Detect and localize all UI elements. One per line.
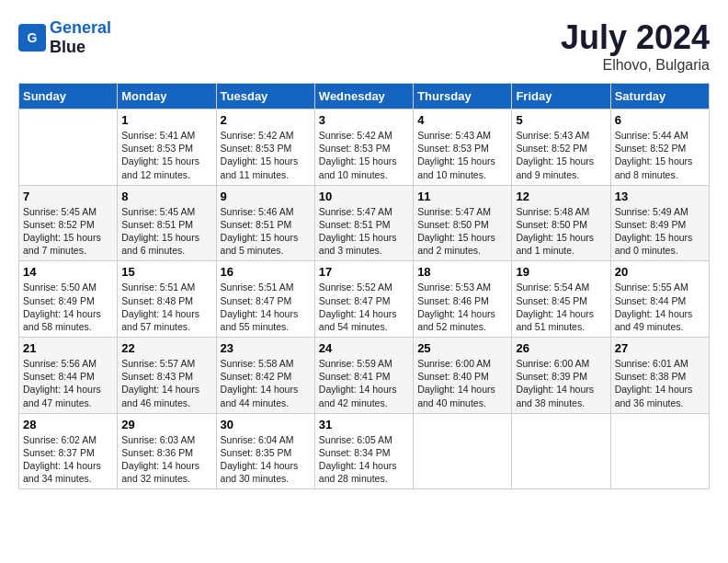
day-info: Sunrise: 6:04 AM Sunset: 8:35 PM Dayligh… — [221, 433, 311, 486]
calendar-cell: 1Sunrise: 5:41 AM Sunset: 8:53 PM Daylig… — [118, 109, 216, 186]
day-info: Sunrise: 5:57 AM Sunset: 8:43 PM Dayligh… — [121, 357, 211, 409]
calendar-cell: 27Sunrise: 6:01 AM Sunset: 8:38 PM Dayli… — [610, 338, 709, 414]
day-number: 26 — [516, 341, 606, 355]
calendar-cell: 28Sunrise: 6:02 AM Sunset: 8:37 PM Dayli… — [19, 413, 118, 489]
day-number: 2 — [221, 113, 311, 127]
day-number: 6 — [615, 113, 705, 127]
day-number: 25 — [417, 341, 507, 355]
day-number: 20 — [615, 265, 705, 279]
day-info: Sunrise: 5:53 AM Sunset: 8:46 PM Dayligh… — [417, 281, 507, 333]
day-number: 10 — [319, 190, 409, 203]
day-number: 3 — [319, 113, 409, 127]
column-header-saturday: Saturday — [610, 84, 709, 109]
calendar-cell — [512, 413, 610, 489]
day-number: 16 — [221, 265, 311, 279]
day-info: Sunrise: 6:02 AM Sunset: 8:37 PM Dayligh… — [23, 433, 113, 486]
calendar-cell: 23Sunrise: 5:58 AM Sunset: 8:42 PM Dayli… — [216, 338, 314, 414]
calendar-cell: 8Sunrise: 5:45 AM Sunset: 8:51 PM Daylig… — [118, 185, 216, 261]
day-number: 11 — [417, 190, 507, 203]
day-info: Sunrise: 5:58 AM Sunset: 8:42 PM Dayligh… — [221, 357, 311, 409]
calendar-cell: 10Sunrise: 5:47 AM Sunset: 8:51 PM Dayli… — [314, 185, 413, 261]
day-number: 31 — [319, 418, 409, 431]
calendar-week-4: 21Sunrise: 5:56 AM Sunset: 8:44 PM Dayli… — [19, 338, 710, 414]
day-number: 28 — [23, 418, 113, 431]
column-header-tuesday: Tuesday — [216, 84, 314, 109]
calendar-cell: 26Sunrise: 6:00 AM Sunset: 8:39 PM Dayli… — [512, 338, 610, 414]
day-number: 17 — [319, 265, 409, 279]
column-header-wednesday: Wednesday — [314, 84, 413, 109]
calendar-cell: 16Sunrise: 5:51 AM Sunset: 8:47 PM Dayli… — [216, 261, 314, 338]
day-info: Sunrise: 5:51 AM Sunset: 8:47 PM Dayligh… — [221, 281, 311, 333]
day-info: Sunrise: 5:47 AM Sunset: 8:51 PM Dayligh… — [319, 205, 409, 258]
calendar-cell: 25Sunrise: 6:00 AM Sunset: 8:40 PM Dayli… — [414, 338, 512, 414]
day-info: Sunrise: 5:52 AM Sunset: 8:47 PM Dayligh… — [319, 281, 409, 333]
calendar-cell: 7Sunrise: 5:45 AM Sunset: 8:52 PM Daylig… — [19, 185, 118, 261]
calendar-cell: 20Sunrise: 5:55 AM Sunset: 8:44 PM Dayli… — [610, 261, 709, 338]
calendar-week-1: 1Sunrise: 5:41 AM Sunset: 8:53 PM Daylig… — [19, 109, 710, 186]
day-info: Sunrise: 6:05 AM Sunset: 8:34 PM Dayligh… — [319, 433, 409, 486]
column-header-thursday: Thursday — [414, 84, 512, 109]
calendar-header-row: SundayMondayTuesdayWednesdayThursdayFrid… — [19, 84, 710, 109]
day-number: 24 — [319, 341, 409, 355]
day-info: Sunrise: 5:46 AM Sunset: 8:51 PM Dayligh… — [221, 205, 311, 258]
day-info: Sunrise: 5:45 AM Sunset: 8:51 PM Dayligh… — [121, 205, 211, 258]
day-number: 5 — [516, 113, 606, 127]
logo-text: General — [50, 18, 111, 38]
location: Elhovo, Bulgaria — [561, 57, 710, 74]
month-title: July 2024 — [561, 18, 710, 57]
calendar-cell: 24Sunrise: 5:59 AM Sunset: 8:41 PM Dayli… — [314, 338, 413, 414]
day-info: Sunrise: 5:42 AM Sunset: 8:53 PM Dayligh… — [221, 129, 311, 181]
day-number: 29 — [121, 418, 211, 431]
day-number: 12 — [516, 190, 606, 203]
calendar-week-5: 28Sunrise: 6:02 AM Sunset: 8:37 PM Dayli… — [19, 413, 710, 489]
calendar-cell — [414, 413, 512, 489]
calendar-cell: 12Sunrise: 5:48 AM Sunset: 8:50 PM Dayli… — [512, 185, 610, 261]
day-number: 13 — [615, 190, 705, 203]
calendar-cell — [610, 413, 709, 489]
calendar-cell: 15Sunrise: 5:51 AM Sunset: 8:48 PM Dayli… — [118, 261, 216, 338]
column-header-friday: Friday — [512, 84, 610, 109]
calendar-cell: 21Sunrise: 5:56 AM Sunset: 8:44 PM Dayli… — [19, 338, 118, 414]
calendar-week-2: 7Sunrise: 5:45 AM Sunset: 8:52 PM Daylig… — [19, 185, 710, 261]
day-info: Sunrise: 5:55 AM Sunset: 8:44 PM Dayligh… — [615, 281, 705, 333]
day-info: Sunrise: 6:03 AM Sunset: 8:36 PM Dayligh… — [121, 433, 211, 486]
day-number: 1 — [121, 113, 211, 127]
page-header: G General Blue July 2024 Elhovo, Bulgari… — [18, 18, 710, 74]
day-info: Sunrise: 5:59 AM Sunset: 8:41 PM Dayligh… — [319, 357, 409, 409]
day-info: Sunrise: 5:56 AM Sunset: 8:44 PM Dayligh… — [23, 357, 113, 409]
calendar-table: SundayMondayTuesdayWednesdayThursdayFrid… — [18, 83, 710, 489]
day-number: 14 — [23, 265, 113, 279]
calendar-cell: 14Sunrise: 5:50 AM Sunset: 8:49 PM Dayli… — [19, 261, 118, 338]
day-number: 30 — [221, 418, 311, 431]
day-number: 8 — [121, 190, 211, 203]
calendar-cell: 18Sunrise: 5:53 AM Sunset: 8:46 PM Dayli… — [414, 261, 512, 338]
day-number: 4 — [417, 113, 507, 127]
calendar-cell: 4Sunrise: 5:43 AM Sunset: 8:53 PM Daylig… — [414, 109, 512, 186]
svg-text:G: G — [28, 30, 38, 45]
column-header-monday: Monday — [118, 84, 216, 109]
day-info: Sunrise: 5:50 AM Sunset: 8:49 PM Dayligh… — [23, 281, 113, 333]
calendar-cell: 6Sunrise: 5:44 AM Sunset: 8:52 PM Daylig… — [610, 109, 709, 186]
day-info: Sunrise: 5:47 AM Sunset: 8:50 PM Dayligh… — [417, 205, 507, 258]
day-info: Sunrise: 5:41 AM Sunset: 8:53 PM Dayligh… — [121, 129, 211, 181]
day-info: Sunrise: 5:43 AM Sunset: 8:52 PM Dayligh… — [516, 129, 606, 181]
day-number: 27 — [615, 341, 705, 355]
calendar-cell — [19, 109, 118, 186]
calendar-cell: 22Sunrise: 5:57 AM Sunset: 8:43 PM Dayli… — [118, 338, 216, 414]
calendar-cell: 5Sunrise: 5:43 AM Sunset: 8:52 PM Daylig… — [512, 109, 610, 186]
calendar-cell: 30Sunrise: 6:04 AM Sunset: 8:35 PM Dayli… — [216, 413, 314, 489]
calendar-cell: 2Sunrise: 5:42 AM Sunset: 8:53 PM Daylig… — [216, 109, 314, 186]
day-info: Sunrise: 6:01 AM Sunset: 8:38 PM Dayligh… — [615, 357, 705, 409]
day-info: Sunrise: 5:42 AM Sunset: 8:53 PM Dayligh… — [319, 129, 409, 181]
calendar-cell: 17Sunrise: 5:52 AM Sunset: 8:47 PM Dayli… — [314, 261, 413, 338]
calendar-week-3: 14Sunrise: 5:50 AM Sunset: 8:49 PM Dayli… — [19, 261, 710, 338]
calendar-cell: 3Sunrise: 5:42 AM Sunset: 8:53 PM Daylig… — [314, 109, 413, 186]
logo: G General Blue — [18, 18, 111, 57]
day-number: 15 — [121, 265, 211, 279]
day-info: Sunrise: 5:44 AM Sunset: 8:52 PM Dayligh… — [615, 129, 705, 181]
day-info: Sunrise: 5:49 AM Sunset: 8:49 PM Dayligh… — [615, 205, 705, 258]
day-number: 23 — [221, 341, 311, 355]
day-number: 18 — [417, 265, 507, 279]
calendar-cell: 19Sunrise: 5:54 AM Sunset: 8:45 PM Dayli… — [512, 261, 610, 338]
day-info: Sunrise: 5:45 AM Sunset: 8:52 PM Dayligh… — [23, 205, 113, 258]
